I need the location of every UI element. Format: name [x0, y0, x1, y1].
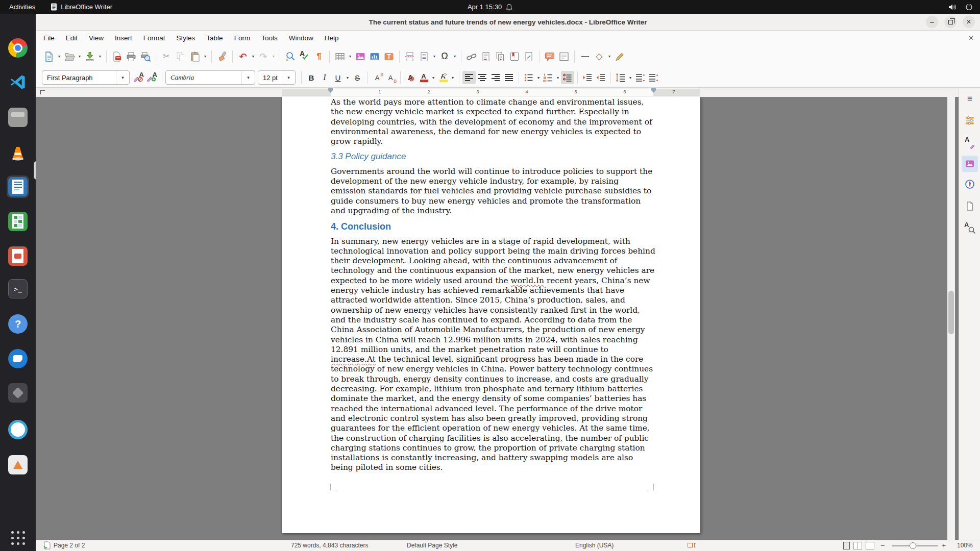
menu-insert[interactable]: Insert — [109, 32, 138, 44]
sidebar-properties-button[interactable] — [962, 112, 978, 129]
menu-edit[interactable]: Edit — [60, 32, 83, 44]
dock-item-software-store[interactable] — [7, 454, 29, 476]
open-button[interactable] — [62, 49, 77, 64]
insert-field-button[interactable] — [417, 49, 431, 64]
heading-3-3-policy-guidance[interactable]: 3.3 Policy guidance — [331, 152, 655, 161]
horizontal-ruler[interactable]: 1 2 3 4 5 6 7 — [36, 88, 959, 97]
tab-stop-selector[interactable] — [40, 90, 45, 94]
sidebar-settings-button[interactable]: ≡ — [962, 91, 978, 107]
insert-image-button[interactable] — [353, 49, 368, 64]
power-icon[interactable] — [965, 3, 973, 11]
insert-page-break-button[interactable] — [403, 49, 417, 64]
insert-table-dropdown[interactable]: ▾ — [347, 49, 353, 64]
open-dropdown[interactable]: ▾ — [77, 49, 83, 64]
zoom-in-button[interactable]: + — [942, 541, 946, 549]
menu-table[interactable]: Table — [201, 32, 228, 44]
cut-button[interactable]: ✂ — [159, 49, 174, 64]
underline-dropdown[interactable]: ▾ — [345, 70, 351, 85]
paste-dropdown[interactable]: ▾ — [202, 49, 208, 64]
bullet-list-button[interactable] — [522, 71, 535, 84]
paragraph-conclusion[interactable]: In summary, new energy vehicles are in a… — [331, 237, 655, 473]
menu-file[interactable]: File — [38, 32, 60, 44]
new-document-dropdown[interactable]: ▾ — [56, 49, 62, 64]
export-pdf-button[interactable] — [110, 49, 124, 64]
freeform-line-button[interactable] — [612, 49, 627, 64]
font-name-selector[interactable]: Cambria▾ — [165, 70, 255, 85]
font-size-selector[interactable]: 12 pt▾ — [258, 70, 296, 85]
dock-item-terminal[interactable]: >_ — [7, 278, 29, 300]
menu-format[interactable]: Format — [138, 32, 171, 44]
new-document-button[interactable] — [42, 49, 56, 64]
dock-item-messaging[interactable] — [7, 347, 29, 370]
vertical-scrollbar[interactable] — [947, 97, 955, 540]
sidebar-navigator-button[interactable] — [962, 176, 978, 192]
insert-hyperlink-button[interactable] — [464, 49, 479, 64]
update-style-button[interactable]: A — [132, 71, 145, 84]
page-number-status[interactable]: Page 2 of 2 — [54, 542, 85, 549]
minimize-button[interactable]: – — [926, 16, 938, 28]
numbered-list-button[interactable] — [542, 71, 555, 84]
insert-bookmark-button[interactable] — [507, 49, 522, 64]
menu-help[interactable]: Help — [319, 32, 345, 44]
zoom-level-status[interactable]: 100% — [957, 542, 973, 549]
dock-item-updater[interactable] — [7, 418, 29, 441]
heading-4-conclusion[interactable]: 4. Conclusion — [331, 222, 655, 232]
menu-view[interactable]: View — [83, 32, 109, 44]
zoom-slider-thumb[interactable] — [910, 542, 916, 549]
insert-comment-button[interactable] — [543, 49, 557, 64]
increase-indent-button[interactable] — [581, 71, 594, 84]
paragraph-style-selector[interactable]: First Paragraph▾ — [42, 70, 130, 85]
chevron-down-icon[interactable]: ▾ — [282, 71, 295, 84]
dock-item-vlc[interactable] — [7, 142, 29, 164]
insert-endnote-button[interactable] — [493, 49, 507, 64]
restore-button[interactable] — [944, 16, 957, 28]
dock-item-calc[interactable] — [7, 210, 29, 233]
undo-button[interactable]: ↶ — [236, 49, 250, 64]
sidebar-gallery-button-selected[interactable] — [962, 156, 978, 172]
font-color-dropdown[interactable]: ▾ — [430, 70, 436, 85]
paragraph-policy-guidance[interactable]: Governments around the world will contin… — [331, 167, 655, 216]
print-preview-button[interactable] — [138, 49, 153, 64]
sidebar-styles-button[interactable]: A — [962, 134, 978, 151]
highlight-color-button[interactable]: A — [436, 71, 450, 84]
dock-item-utility[interactable] — [7, 382, 29, 404]
misspelled-word[interactable]: increase.At — [331, 355, 376, 364]
clock[interactable]: Apr 1 15:30 — [468, 3, 502, 11]
superscript-button[interactable]: AB — [371, 71, 384, 84]
increase-paragraph-spacing-button[interactable] — [633, 71, 647, 84]
scrollbar-thumb[interactable] — [948, 291, 954, 334]
decrease-indent-button[interactable] — [594, 71, 607, 84]
insert-footnote-button[interactable] — [479, 49, 493, 64]
italic-button[interactable]: I — [318, 71, 331, 84]
numbered-list-dropdown[interactable]: ▾ — [555, 70, 561, 85]
dock-item-writer-active[interactable] — [7, 176, 29, 198]
volume-icon[interactable] — [948, 4, 957, 11]
paragraph-market-outlook[interactable]: As the world pays more attention to clim… — [331, 97, 655, 146]
clone-formatting-button[interactable] — [215, 49, 229, 64]
underline-button[interactable]: U — [331, 71, 345, 84]
bold-button[interactable]: B — [305, 71, 318, 84]
document-page[interactable]: As the world pays more attention to clim… — [282, 97, 700, 533]
align-center-button[interactable] — [476, 71, 489, 84]
decrease-paragraph-spacing-button[interactable] — [647, 71, 660, 84]
formatting-marks-button[interactable]: ¶ — [312, 49, 326, 64]
chevron-down-icon[interactable]: ▾ — [241, 71, 255, 84]
save-dropdown[interactable]: ▾ — [97, 49, 103, 64]
new-style-button[interactable]: A — [145, 71, 159, 84]
paste-button[interactable] — [188, 49, 202, 64]
basic-shapes-dropdown[interactable]: ▾ — [606, 49, 612, 64]
close-document-icon[interactable]: ✕ — [968, 34, 974, 42]
copy-button[interactable] — [174, 49, 188, 64]
menu-form[interactable]: Form — [229, 32, 256, 44]
menu-window[interactable]: Window — [283, 32, 319, 44]
subscript-button[interactable]: AB — [384, 71, 397, 84]
no-list-button[interactable] — [561, 71, 574, 84]
menu-styles[interactable]: Styles — [171, 32, 201, 44]
align-left-button[interactable] — [462, 71, 476, 84]
sidebar-style-inspector-button[interactable]: A — [962, 220, 978, 236]
clear-formatting-button[interactable]: A — [404, 71, 417, 84]
redo-dropdown[interactable]: ▾ — [271, 49, 277, 64]
spelling-button[interactable]: A — [298, 49, 312, 64]
dock-item-vscode[interactable] — [7, 71, 29, 93]
sidebar-page-button[interactable] — [962, 198, 978, 214]
